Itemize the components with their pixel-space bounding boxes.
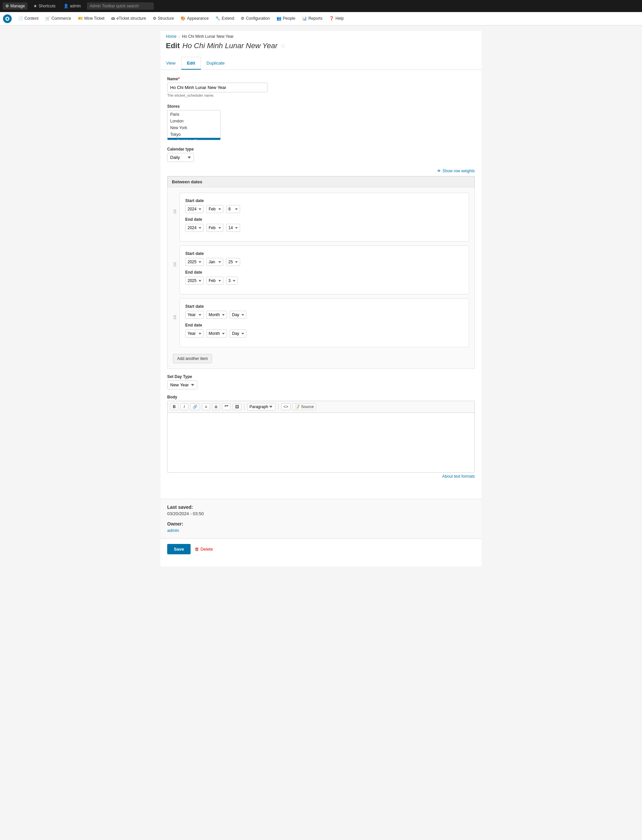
tab-edit[interactable]: Edit: [181, 57, 201, 70]
code-button[interactable]: <>: [281, 403, 290, 410]
nav-help[interactable]: ❓ Help: [326, 12, 347, 25]
end-day-3[interactable]: Day 1 2: [230, 330, 246, 338]
link-button[interactable]: 🔗: [190, 403, 200, 410]
name-input[interactable]: [167, 83, 268, 92]
start-date-label-3: Start date: [185, 304, 464, 309]
end-day-2[interactable]: 123: [226, 277, 238, 285]
paragraph-format-select[interactable]: Paragraph Heading 1 Heading 2 Heading 3: [247, 403, 276, 411]
store-paris[interactable]: Paris: [167, 111, 220, 118]
italic-button[interactable]: I: [180, 403, 188, 410]
save-button[interactable]: Save: [167, 544, 191, 554]
start-year-3[interactable]: Year 2024 2025: [185, 311, 204, 319]
store-tokyo[interactable]: Tokyo: [167, 131, 220, 138]
admin-search-input[interactable]: [87, 2, 154, 10]
favorite-star-icon[interactable]: [280, 42, 285, 49]
user-menu[interactable]: 👤 admin: [62, 2, 83, 10]
tab-duplicate[interactable]: Duplicate: [201, 57, 230, 70]
nav-eticket-structure[interactable]: 🎟 eTicket structure: [108, 12, 149, 25]
start-month-3[interactable]: Month Jan Feb Mar: [206, 311, 227, 319]
edit-form: Name* The eticket_scheduler name. Stores…: [160, 70, 481, 492]
calendar-type-select[interactable]: Daily Weekly Monthly: [167, 153, 194, 162]
breadcrumb-current: Ho Chi Minh Lunar New Year: [182, 34, 234, 39]
start-year-2[interactable]: 2024 2025: [185, 258, 204, 266]
blockquote-button[interactable]: ❝❞: [222, 403, 231, 410]
shortcuts-button[interactable]: ★ Shortcuts: [31, 2, 57, 10]
set-day-type-label: Set Day Type: [167, 374, 475, 379]
date-ranges-body: ⠿ Start date 2024 2025 2026: [167, 187, 475, 369]
drag-icon-1: ⠿: [173, 209, 177, 215]
star-icon: ★: [34, 4, 37, 8]
shortcuts-label: Shortcuts: [39, 4, 55, 8]
end-month-3[interactable]: Month Jan Feb: [206, 330, 227, 338]
manage-label: Manage: [10, 4, 25, 8]
end-year-2[interactable]: 2024 2025: [185, 277, 204, 285]
end-date-label-3: End date: [185, 323, 464, 328]
tab-view[interactable]: View: [160, 57, 181, 70]
date-range-card-2: Start date 2024 2025 Jan Feb: [180, 245, 469, 294]
nav-reports[interactable]: 📊 Reports: [298, 12, 326, 25]
nav-configuration[interactable]: ⚙ Configuration: [237, 12, 273, 25]
reports-icon: 📊: [302, 16, 307, 21]
set-day-type-select[interactable]: New Year Holiday Weekend: [167, 380, 197, 389]
nav-content[interactable]: 📄 Content: [15, 12, 42, 25]
nav-bar: 📄 Content 🛒 Commerce 🎫 Mine Ticket 🎟 eTi…: [0, 12, 642, 25]
structure-icon: ⚙: [153, 16, 157, 21]
nav-appearance[interactable]: 🎨 Appearance: [177, 12, 212, 25]
ul-button[interactable]: ≡: [202, 403, 210, 410]
start-date-row-2: 2024 2025 Jan Feb Mar Apr May: [185, 258, 464, 266]
about-text-formats-link[interactable]: About text formats: [443, 474, 475, 479]
start-month-1[interactable]: Jan Feb Mar Apr May Jun Jul Aug Sep: [206, 205, 223, 213]
start-month-2[interactable]: Jan Feb Mar Apr May Jun Jul Aug Sep: [206, 258, 223, 266]
image-button[interactable]: 🖼: [233, 403, 242, 410]
tabs: View Edit Duplicate: [160, 57, 481, 70]
start-date-row-3: Year 2024 2025 Month Jan Feb Mar: [185, 311, 464, 319]
date-range-card-1: Start date 2024 2025 2026 Jan: [180, 193, 469, 242]
add-item-section: Add another item: [173, 351, 469, 363]
end-day-1[interactable]: 12345 678910 11121314: [226, 224, 240, 232]
end-year-1[interactable]: 2024 2025: [185, 224, 204, 232]
end-month-2[interactable]: Jan Feb Mar Apr May Jun Jul Aug Sep: [206, 277, 223, 285]
owner-label: Owner:: [167, 521, 475, 526]
start-day-2[interactable]: 12345 678910 1112131415 1617181920 21222…: [226, 258, 240, 266]
add-another-item-button[interactable]: Add another item: [173, 354, 212, 363]
start-day-1[interactable]: 12345 678910: [226, 205, 240, 213]
start-year-1[interactable]: 2024 2025 2026: [185, 205, 204, 213]
drag-handle-1[interactable]: ⠿: [173, 206, 177, 215]
ol-button[interactable]: ≣: [212, 403, 220, 410]
store-new-york[interactable]: New York: [167, 124, 220, 131]
drag-handle-2[interactable]: ⠿: [173, 259, 177, 268]
start-day-3[interactable]: Day 1 2: [230, 311, 246, 319]
stores-list[interactable]: Paris London New York Tokyo Ho Chi Minh …: [167, 110, 221, 140]
site-logo[interactable]: [3, 14, 12, 23]
drag-handle-3[interactable]: ⠿: [173, 312, 177, 321]
name-hint: The eticket_scheduler name.: [167, 93, 475, 97]
show-weights-link[interactable]: 👁 Show row weights: [167, 169, 475, 173]
people-icon: 👥: [277, 16, 282, 21]
nav-people[interactable]: 👥 People: [273, 12, 298, 25]
end-date-row-2: 2024 2025 Jan Feb Mar Apr May: [185, 277, 464, 285]
bold-button[interactable]: B: [170, 403, 178, 410]
manage-button[interactable]: ⚙ Manage: [3, 2, 28, 10]
date-range-2: ⠿ Start date 2024 2025: [173, 245, 469, 294]
end-month-1[interactable]: Jan Feb Mar Apr May Jun Jul Aug Sep: [206, 224, 223, 232]
body-section: Body B I 🔗 ≡ ≣ ❝❞ 🖼 Paragraph Heading 1: [167, 395, 475, 479]
nav-mine-ticket[interactable]: 🎫 Mine Ticket: [75, 12, 108, 25]
nav-structure[interactable]: ⚙ Structure: [149, 12, 178, 25]
end-date-label-1: End date: [185, 217, 464, 222]
last-saved-value: 03/20/2024 - 03:50: [167, 511, 475, 516]
store-london[interactable]: London: [167, 118, 220, 124]
delete-button[interactable]: 🗑 Delete: [195, 547, 213, 552]
source-button[interactable]: 📝 Source: [293, 403, 316, 410]
page-title-prefix: Edit: [166, 41, 180, 50]
help-icon: ❓: [329, 16, 334, 21]
end-year-3[interactable]: Year 2024 2025: [185, 330, 204, 338]
nav-commerce[interactable]: 🛒 Commerce: [42, 12, 75, 25]
store-ho-chi-minh[interactable]: Ho Chi Minh City: [167, 138, 220, 140]
breadcrumb-home[interactable]: Home: [166, 34, 177, 39]
owner-value: admin: [167, 528, 475, 533]
page-title: Edit Ho Chi Minh Lunar New Year: [166, 41, 476, 50]
nav-extend[interactable]: 🔧 Extend: [212, 12, 237, 25]
breadcrumb-sep: ›: [178, 34, 180, 39]
ticket-icon: 🎫: [78, 16, 83, 21]
body-editor-area[interactable]: [167, 413, 475, 473]
